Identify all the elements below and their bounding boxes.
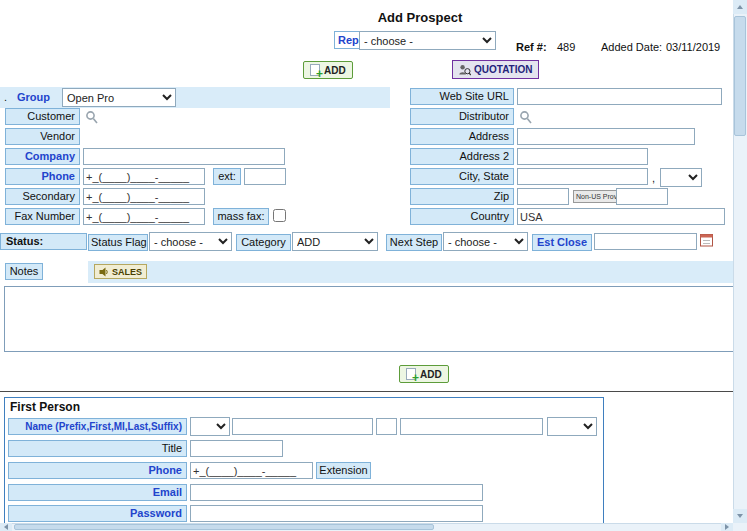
notes-textarea[interactable]: [4, 286, 740, 352]
address2-label: Address 2: [410, 148, 514, 165]
status-flag-label: Status Flag: [88, 234, 148, 251]
ref-label: Ref #:: [516, 41, 547, 53]
company-label: Company: [5, 148, 80, 165]
province-input[interactable]: [616, 188, 668, 205]
ext-input[interactable]: [244, 168, 286, 185]
category-select[interactable]: ADD: [292, 232, 378, 251]
ext-label: ext:: [213, 168, 241, 185]
secondary-label: Secondary: [5, 188, 80, 205]
state-select[interactable]: [660, 168, 702, 187]
scroll-down-button[interactable]: [733, 509, 747, 523]
middle-initial-input[interactable]: [376, 418, 397, 435]
status-flag-select[interactable]: - choose -: [149, 232, 232, 251]
country-input[interactable]: [517, 208, 725, 225]
sales-button-label: SALES: [112, 267, 142, 277]
country-label: Country: [410, 208, 514, 225]
scroll-left-button[interactable]: [0, 523, 12, 531]
city-state-label: City, State: [410, 168, 514, 185]
name-prefix-select[interactable]: [190, 417, 230, 436]
est-close-label: Est Close: [532, 234, 592, 251]
company-input[interactable]: [83, 148, 285, 165]
group-label: Group: [17, 91, 50, 103]
vertical-scrollbar-thumb[interactable]: [734, 16, 746, 136]
person-email-input[interactable]: [190, 484, 483, 501]
sales-button[interactable]: SALES: [94, 264, 147, 279]
last-name-input[interactable]: [400, 418, 543, 435]
mass-fax-checkbox[interactable]: [273, 209, 286, 222]
name-suffix-select[interactable]: [547, 417, 597, 436]
city-input[interactable]: [517, 168, 648, 185]
vendor-label: Vendor: [5, 128, 80, 145]
zip-label: Zip: [410, 188, 514, 205]
distributor-label: Distributor: [410, 108, 514, 125]
speaker-icon: [99, 267, 109, 277]
group-row-strip: [0, 87, 390, 108]
added-date-value: 03/11/2019: [666, 41, 720, 53]
next-step-select[interactable]: - choose -: [443, 232, 528, 251]
scroll-left-icon: [4, 524, 8, 530]
added-date-label: Added Date:: [601, 41, 662, 53]
quotation-button-label: QUOTATION: [474, 64, 533, 75]
group-select[interactable]: Open Pro: [62, 88, 176, 107]
person-password-input[interactable]: [190, 505, 483, 522]
add-prospect-page: Add Prospect Rep - choose - Ref #: 489 A…: [0, 0, 747, 531]
extension-label: Extension: [316, 462, 371, 479]
add-button-middle-label: ADD: [420, 369, 442, 380]
phone-label: Phone: [5, 168, 80, 185]
notes-row-strip: [88, 261, 740, 283]
scroll-up-button[interactable]: [733, 0, 747, 14]
first-person-title: First Person: [10, 400, 80, 414]
secondary-input[interactable]: [83, 188, 205, 205]
mass-fax-label: mass fax:: [213, 208, 269, 225]
fax-input[interactable]: [83, 208, 205, 225]
section-divider: [0, 391, 747, 392]
scrollbar-corner: [733, 523, 747, 531]
add-plus-icon: [310, 64, 320, 76]
person-password-label: Password: [8, 505, 187, 522]
status-label: Status:: [0, 233, 87, 250]
calendar-icon[interactable]: [700, 233, 713, 249]
next-step-label: Next Step: [386, 234, 442, 251]
zip-input[interactable]: [517, 188, 569, 205]
notes-label: Notes: [5, 263, 43, 280]
person-title-input[interactable]: [190, 440, 283, 457]
horizontal-scrollbar-thumb[interactable]: [14, 524, 434, 530]
non-us-prov-button[interactable]: Non-US Prov: [573, 190, 620, 203]
customer-search-icon[interactable]: [85, 110, 98, 126]
page-title: Add Prospect: [330, 10, 510, 25]
person-phone-input[interactable]: [190, 462, 313, 479]
ref-value: 489: [557, 41, 575, 53]
add-button-middle[interactable]: ADD: [399, 365, 449, 383]
person-name-label: Name (Prefix,First,MI,Last,Suffix): [8, 418, 187, 435]
scroll-down-icon: [737, 514, 743, 518]
address-label: Address: [410, 128, 514, 145]
address-input[interactable]: [517, 128, 695, 145]
person-title-label: Title: [8, 440, 187, 457]
rep-select[interactable]: - choose -: [359, 31, 496, 50]
person-phone-label: Phone: [8, 462, 187, 479]
scroll-up-icon: [737, 5, 743, 9]
quotation-icon: [458, 63, 471, 76]
category-label: Category: [236, 234, 291, 251]
scroll-right-icon: [725, 524, 729, 530]
quotation-button[interactable]: QUOTATION: [452, 60, 539, 79]
first-name-input[interactable]: [232, 418, 373, 435]
address2-input[interactable]: [517, 148, 648, 165]
person-email-label: Email: [8, 484, 187, 501]
add-button-top[interactable]: ADD: [303, 61, 353, 79]
distributor-search-icon[interactable]: [519, 110, 532, 126]
scroll-right-button[interactable]: [721, 523, 733, 531]
customer-label: Customer: [5, 108, 80, 125]
fax-number-label: Fax Number: [5, 208, 80, 225]
city-state-comma: ,: [652, 172, 655, 184]
website-url-label: Web Site URL: [410, 88, 514, 105]
website-url-input[interactable]: [517, 88, 722, 105]
add-middle-plus-icon: [406, 368, 416, 380]
group-prefix: .: [4, 91, 7, 103]
phone-input[interactable]: [83, 168, 205, 185]
add-button-top-label: ADD: [324, 65, 346, 76]
est-close-input[interactable]: [594, 233, 697, 250]
